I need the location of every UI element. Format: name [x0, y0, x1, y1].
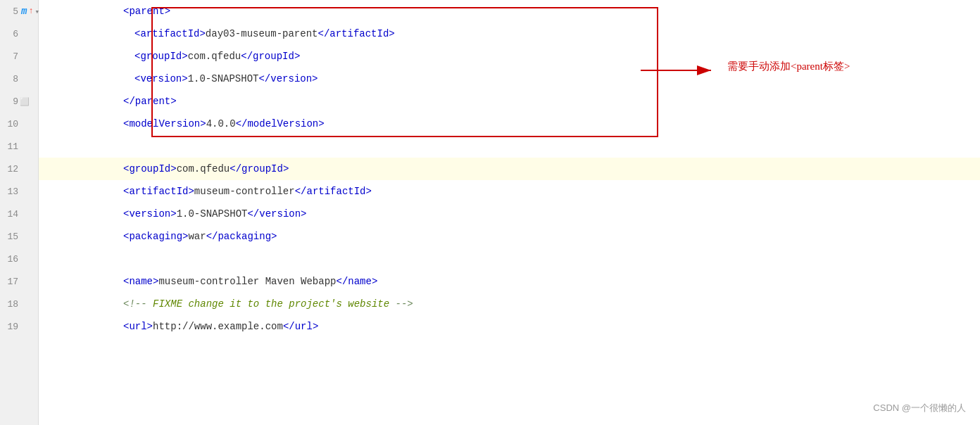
text-url: http://www.example.com — [153, 321, 283, 332]
tag-groupid-close-7: </groupId> — [241, 51, 300, 62]
comment-fixme: <!-- FIXME change it to the project's we… — [123, 298, 413, 310]
text-packaging: war — [188, 231, 206, 242]
line-number-13: 13 — [3, 186, 18, 197]
tag-packaging-open: <packaging> — [123, 231, 188, 242]
tag-url-open: <url> — [123, 321, 153, 332]
line-number-6: 6 — [3, 29, 18, 39]
gutter-line-9: 9 ⬜ — [0, 90, 38, 113]
tag-url-close: </url> — [283, 321, 318, 332]
line-number-7: 7 — [3, 51, 18, 62]
tag-artifactid-close-13: </artifactId> — [295, 186, 372, 197]
tag-groupid-open-12: <groupId> — [123, 163, 177, 175]
gutter-line-8: 8 — [0, 68, 38, 90]
tag-groupid-open-7: <groupId> — [134, 51, 188, 62]
tag-artifactid-open-13: <artifactId> — [123, 186, 194, 197]
gutter-line-14: 14 — [0, 203, 38, 225]
code-line-10: <modelVersion>4.0.0</modelVersion> — [39, 113, 980, 135]
tag-parent-open: <parent> — [123, 6, 170, 17]
text-groupid-12: com.qfedu — [177, 163, 230, 175]
gutter-line-13: 13 — [0, 180, 38, 203]
code-area[interactable]: <parent> <artifactId>day03-museum-parent… — [39, 0, 980, 425]
text-groupid-7: com.qfedu — [188, 51, 241, 62]
tag-name-close: </name> — [336, 276, 377, 287]
code-line-15: <packaging>war</packaging> — [39, 225, 980, 248]
up-arrow-icon: ↑ — [28, 6, 33, 16]
text-version-8: 1.0-SNAPSHOT — [188, 73, 259, 84]
gutter-line-15: 15 — [0, 225, 38, 248]
fixme-text: FIXME change it to the project's website — [153, 298, 389, 310]
gutter-line-10: 10 — [0, 113, 38, 135]
csdn-watermark: CSDN @一个很懒的人 — [873, 402, 966, 414]
gutter-line-11: 11 — [0, 135, 38, 158]
line-number-14: 14 — [3, 209, 18, 220]
tag-version-close-8: </version> — [258, 73, 318, 84]
text-modelversion: 4.0.0 — [206, 118, 236, 129]
gutter-line-7: 7 — [0, 45, 38, 68]
gutter-line-17: 17 — [0, 270, 38, 293]
code-line-19: <url>http://www.example.com</url> — [39, 315, 980, 338]
line-number-10: 10 — [3, 119, 18, 129]
text-name: museum-controller Maven Webapp — [158, 276, 336, 287]
lines-wrapper: <parent> <artifactId>day03-museum-parent… — [39, 0, 980, 338]
line-gutter: 5 m ↑ ▾ 6 7 8 9 ⬜ 10 — [0, 0, 39, 425]
tag-modelversion-open: <modelVersion> — [123, 118, 206, 129]
m-bookmark-icon: m — [21, 6, 27, 17]
line-number-11: 11 — [3, 141, 18, 152]
gutter-line-16: 16 — [0, 248, 38, 270]
line-number-15: 15 — [3, 231, 18, 242]
tag-artifactid-close-6: </artifactId> — [318, 28, 394, 39]
editor-container: 5 m ↑ ▾ 6 7 8 9 ⬜ 10 — [0, 0, 980, 425]
text-artifactid-13: museum-controller — [194, 186, 295, 197]
line-number-5: 5 — [3, 6, 18, 17]
tag-version-open-14: <version> — [123, 208, 177, 220]
gutter-line-6: 6 — [0, 23, 38, 45]
line-number-17: 17 — [3, 277, 18, 287]
gutter-line-5: 5 m ↑ ▾ — [0, 0, 38, 23]
tag-groupid-close-12: </groupId> — [230, 163, 289, 175]
line-number-12: 12 — [3, 164, 18, 175]
line-number-9: 9 — [3, 96, 18, 107]
tag-packaging-close: </packaging> — [206, 231, 277, 242]
gutter-line-19: 19 — [0, 315, 38, 338]
line-number-18: 18 — [3, 299, 18, 310]
tag-modelversion-close: </modelVersion> — [236, 118, 325, 129]
gutter-line-18: 18 — [0, 293, 38, 315]
tag-version-close-14: </version> — [247, 208, 306, 220]
code-line-8: <version>1.0-SNAPSHOT</version> — [39, 68, 980, 90]
tag-name-open: <name> — [123, 276, 158, 287]
bookmark-icon-9: ⬜ — [20, 97, 30, 106]
line-number-19: 19 — [3, 322, 18, 332]
text-artifactid-6: day03-museum-parent — [206, 28, 318, 39]
tag-version-open-8: <version> — [134, 73, 188, 84]
text-version-14: 1.0-SNAPSHOT — [177, 208, 248, 220]
tag-parent-close: </parent> — [123, 96, 177, 107]
tag-artifactid-open-6: <artifactId> — [134, 28, 206, 39]
gutter-line-12: 12 — [0, 158, 38, 180]
line-number-8: 8 — [3, 74, 18, 84]
line-number-16: 16 — [3, 254, 18, 265]
